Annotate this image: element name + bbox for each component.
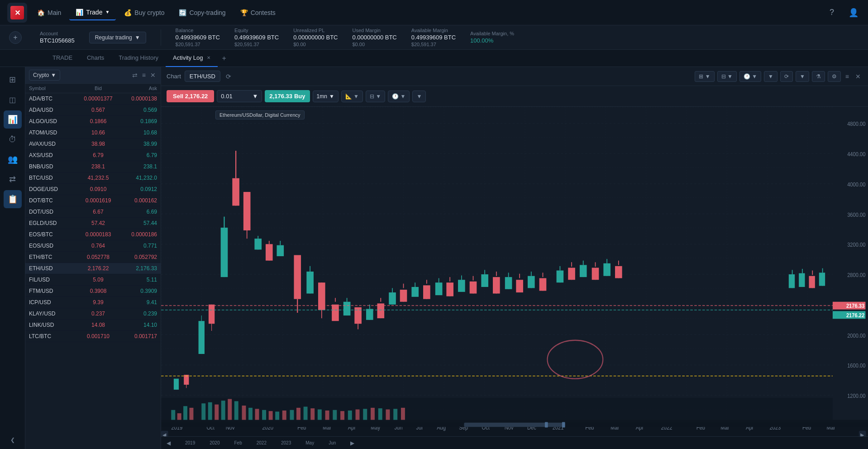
symbol-row[interactable]: EGLD/USD 57.42 57.44 — [25, 218, 161, 229]
chart-symbol-button[interactable]: ETH/USD — [185, 71, 220, 82]
chart-clock-button[interactable]: 🕐 ▼ — [739, 71, 761, 82]
chart-layout-button[interactable]: ⊟ ▼ — [717, 71, 737, 82]
symbol-ask: 9.41 — [121, 299, 157, 306]
tab-add-button[interactable]: + — [218, 54, 231, 62]
nav-trade[interactable]: 📊 Trade ▼ — [69, 5, 116, 20]
chart-extra-button[interactable]: ▼ — [764, 71, 777, 82]
nav-contests[interactable]: 🏆 Contests — [234, 5, 282, 20]
symbol-row[interactable]: LTC/BTC 0.001710 0.001717 — [25, 331, 161, 342]
timeline-prev-button[interactable]: ◀ — [167, 440, 171, 446]
extra-ctrl-button[interactable]: ▼ — [412, 91, 426, 102]
symbol-columns: Symbol Bid Ask — [25, 84, 161, 93]
used-margin-section: Used Margin 0.00000000 BTC $0.00 — [352, 28, 396, 47]
symbol-row[interactable]: AVAX/USD 38.98 38.99 — [25, 139, 161, 150]
svg-rect-188 — [189, 408, 193, 420]
symbol-row[interactable]: KLAY/USD 0.237 0.239 — [25, 308, 161, 320]
help-icon[interactable]: ? — [825, 5, 839, 20]
nav-copy-trading[interactable]: 🔄 Copy-trading — [172, 5, 232, 20]
chart-indicators-button[interactable]: ⊞ ▼ — [695, 71, 714, 82]
symbol-row[interactable]: BTC/USD 41,232.5 41,232.0 — [25, 172, 161, 184]
tab-activity-log[interactable]: Activity Log ✕ — [166, 50, 217, 67]
svg-rect-61 — [366, 309, 373, 320]
symbol-row[interactable]: FIL/USD 5.09 5.11 — [25, 274, 161, 286]
symbol-row[interactable]: DOT/BTC 0.0001619 0.000162 — [25, 195, 161, 206]
indicators-button2[interactable]: 🕐 ▼ — [388, 91, 410, 102]
symbol-row[interactable]: ADA/USD 0.567 0.569 — [25, 105, 161, 116]
user-icon[interactable]: 👤 — [846, 5, 861, 20]
add-account-button[interactable]: + — [9, 31, 22, 44]
menu-icon[interactable]: ≡ — [141, 70, 147, 80]
symbol-row[interactable]: EOS/USD 0.764 0.771 — [25, 240, 161, 252]
symbol-bid: 9.39 — [76, 299, 121, 306]
sidebar-icon-transfer[interactable]: ⇄ — [4, 170, 22, 188]
svg-rect-203 — [296, 408, 300, 420]
symbol-row[interactable]: DOGE/USD 0.0910 0.0912 — [25, 184, 161, 195]
sidebar-icon-history[interactable]: ⏱ — [4, 130, 22, 148]
logo[interactable] — [7, 3, 27, 23]
symbol-row[interactable]: ETH/BTC 0.052778 0.052792 — [25, 252, 161, 263]
sidebar-icon-chart[interactable]: 📊 — [4, 110, 22, 129]
chart-flask-button[interactable]: ⚗ — [812, 71, 825, 82]
svg-rect-216 — [393, 409, 397, 420]
symbol-row[interactable]: ICP/USD 9.39 9.41 — [25, 297, 161, 308]
trade-icon: 📊 — [76, 9, 83, 16]
svg-rect-88 — [470, 282, 477, 294]
sidebar-icon-users[interactable]: 👥 — [4, 150, 22, 168]
tab-trading-history[interactable]: Trading History — [111, 50, 166, 67]
symbol-ask: 0.1869 — [121, 118, 157, 124]
chart-extra2-button[interactable]: ▼ — [796, 71, 809, 82]
sidebar-expand-button[interactable]: ❮ — [4, 435, 22, 445]
tab-charts[interactable]: Charts — [80, 50, 111, 67]
tab-trade[interactable]: TRADE — [45, 50, 80, 67]
nav-main-label: Main — [48, 9, 61, 16]
timeframe-button[interactable]: 1mn ▼ — [313, 91, 339, 102]
symbol-ask: 0.3909 — [121, 288, 157, 294]
symbol-row[interactable]: FTM/USD 0.3908 0.3909 — [25, 286, 161, 297]
chart-menu-icon[interactable]: ≡ — [844, 71, 851, 82]
trading-type-button[interactable]: Regular trading ▼ — [89, 32, 146, 43]
symbol-row[interactable]: ETH/USD 2,176.22 2,176.33 — [25, 263, 161, 274]
balance-usd: $20,591.37 — [176, 42, 220, 47]
chart-settings-button[interactable]: ⚙ — [828, 71, 841, 82]
quantity-input[interactable]: 0.01 ▼ — [217, 90, 262, 102]
symbol-row[interactable]: EOS/BTC 0.0000183 0.0000186 — [25, 229, 161, 240]
symbol-col-bid: Bid — [76, 86, 121, 91]
svg-text:2800.00: 2800.00 — [847, 272, 866, 278]
symbol-row[interactable]: AXS/USD 6.79 6.79 — [25, 150, 161, 161]
symbol-name: DOT/BTC — [29, 197, 76, 204]
crypto-filter-button[interactable]: Crypto ▼ — [29, 70, 60, 81]
symbol-row[interactable]: LINK/USD 14.08 14.10 — [25, 320, 161, 331]
symbol-row[interactable]: BNB/USD 238.1 238.1 — [25, 161, 161, 172]
sell-button[interactable]: Sell 2,176.22 — [167, 90, 214, 102]
nav-trade-label: Trade — [86, 9, 102, 16]
sidebar-icon-layers[interactable]: ◫ — [4, 91, 22, 109]
close-icon[interactable]: ✕ — [149, 70, 157, 80]
symbol-row[interactable]: ALGO/USD 0.1866 0.1869 — [25, 116, 161, 127]
svg-rect-194 — [234, 401, 238, 420]
symbol-row[interactable]: DOT/USD 6.67 6.69 — [25, 206, 161, 218]
svg-rect-184 — [161, 398, 833, 420]
chart-close-icon[interactable]: ✕ — [854, 71, 863, 82]
symbol-row[interactable]: ATOM/USD 10.66 10.68 — [25, 127, 161, 139]
chart-refresh-icon[interactable]: ⟳ — [224, 71, 233, 82]
svg-text:3600.00: 3600.00 — [847, 211, 866, 218]
symbol-row[interactable]: ADA/BTC 0.00001377 0.0000138 — [25, 93, 161, 105]
tab-activity-log-close[interactable]: ✕ — [207, 55, 210, 60]
transfer-icon[interactable]: ⇄ — [131, 70, 139, 80]
nav-main[interactable]: 🏠 Main — [31, 5, 67, 20]
sidebar-icon-grid[interactable]: ⊞ — [4, 71, 22, 89]
nav-right: ? 👤 — [825, 5, 861, 20]
timeline-next-button[interactable]: ▶ — [350, 440, 354, 446]
drawing-tools-button[interactable]: 📐 ▼ — [341, 91, 363, 102]
svg-rect-76 — [423, 285, 430, 299]
chart-sync-button[interactable]: ⟳ — [780, 71, 793, 82]
separator — [161, 29, 161, 46]
nav-buy-crypto[interactable]: 💰 Buy crypto — [118, 5, 171, 20]
sidebar-icon-clipboard[interactable]: 📋 — [4, 190, 22, 208]
chart-type-button[interactable]: ⊟ ▼ — [366, 91, 385, 102]
svg-rect-127 — [789, 274, 795, 288]
symbol-name: FTM/USD — [29, 288, 76, 294]
svg-text:2000.00: 2000.00 — [847, 332, 866, 339]
symbol-bid: 2,176.22 — [76, 265, 121, 272]
svg-rect-136 — [819, 272, 825, 286]
